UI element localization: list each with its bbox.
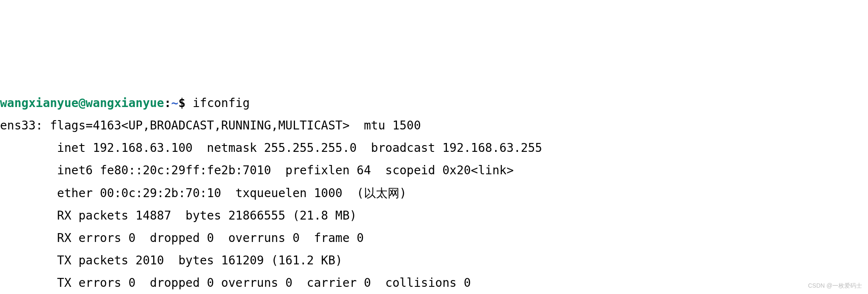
prompt-user: wangxianyue <box>0 96 78 110</box>
ifconfig-inet6-line: inet6 fe80::20c:29ff:fe2b:7010 prefixlen… <box>0 163 514 177</box>
ifconfig-interface-line: ens33: flags=4163<UP,BROADCAST,RUNNING,M… <box>0 118 421 132</box>
ifconfig-rx-errors-line: RX errors 0 dropped 0 overruns 0 frame 0 <box>0 231 364 245</box>
prompt-dollar: $ <box>178 96 185 110</box>
ifconfig-tx-packets-line: TX packets 2010 bytes 161209 (161.2 KB) <box>0 253 342 267</box>
ifconfig-rx-packets-line: RX packets 14887 bytes 21866555 (21.8 MB… <box>0 209 357 223</box>
command-text: ifconfig <box>193 96 250 110</box>
prompt-at: @ <box>78 96 85 110</box>
ifconfig-ether-line: ether 00:0c:29:2b:70:10 txqueuelen 1000 … <box>0 186 407 200</box>
ifconfig-inet-line: inet 192.168.63.100 netmask 255.255.255.… <box>0 141 542 155</box>
prompt-path: ~ <box>171 96 179 110</box>
prompt-colon: : <box>164 96 171 110</box>
watermark: CSDN @一枚爱码士 <box>808 280 862 291</box>
ifconfig-tx-errors-line: TX errors 0 dropped 0 overruns 0 carrier… <box>0 276 471 290</box>
prompt-host: wangxianyue <box>85 96 164 110</box>
terminal-output: wangxianyue@wangxianyue:~$ ifconfig ens3… <box>0 92 868 294</box>
